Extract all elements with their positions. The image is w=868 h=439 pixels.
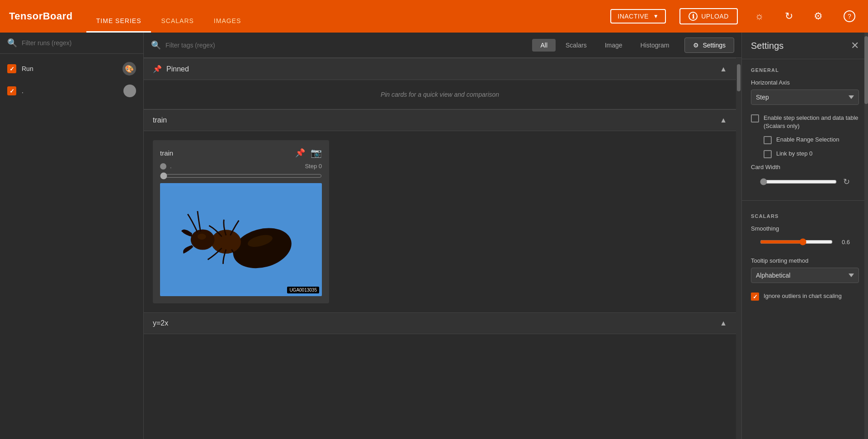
card-title: train: [160, 149, 295, 157]
tab-image[interactable]: Image: [597, 39, 631, 52]
y2x-section-title: y=2x: [153, 319, 720, 327]
settings-btn-label: Settings: [703, 42, 726, 49]
pinned-message: Pin cards for a quick view and compariso…: [144, 80, 736, 109]
horizontal-axis-label: Horizontal Axis: [751, 79, 859, 86]
ignore-outliers-checkbox[interactable]: ✓: [751, 293, 759, 301]
run-color-dot: [123, 85, 136, 97]
settings-close-button[interactable]: ✕: [851, 40, 859, 52]
dropdown-chevron-icon: ▼: [653, 13, 659, 19]
filter-search: 🔍: [151, 40, 525, 50]
settings-panel: Settings ✕ GENERAL Horizontal Axis Step …: [741, 33, 868, 439]
help-button[interactable]: ?: [840, 9, 859, 24]
filter-search-icon: 🔍: [151, 40, 161, 50]
run-item-dot[interactable]: ✓ .: [0, 80, 143, 102]
settings-divider: [742, 200, 868, 201]
check-icon: ✓: [753, 293, 758, 300]
expand-card-icon[interactable]: 📷: [311, 147, 322, 158]
help-icon: ?: [844, 10, 855, 22]
train-section-title: train: [153, 116, 720, 124]
tab-histogram[interactable]: Histogram: [632, 39, 678, 52]
settings-panel-header: Settings ✕: [742, 33, 868, 59]
link-step-checkbox[interactable]: [764, 150, 772, 158]
horizontal-axis-select[interactable]: Step Relative Wall: [751, 90, 859, 105]
smoothing-slider[interactable]: [760, 238, 833, 245]
image-card-train: train 📌 📷 . Step 0: [153, 140, 329, 303]
nav-time-series[interactable]: TIME SERIES: [86, 17, 151, 33]
vertical-scrollbar[interactable]: [736, 58, 741, 439]
card-run-name: .: [170, 163, 172, 170]
run-item-run[interactable]: ✓ Run 🎨: [0, 57, 143, 80]
card-width-field: Card Width ↻: [742, 161, 868, 196]
pin-icon: 📌: [153, 65, 162, 73]
inactive-label: INACTIVE: [618, 13, 649, 20]
upload-label: UPLOAD: [701, 13, 729, 20]
card-width-row: ↻: [751, 174, 859, 189]
card-width-slider[interactable]: [760, 178, 837, 185]
filter-runs-input[interactable]: [22, 39, 136, 47]
card-container-train: train 📌 📷 . Step 0: [144, 131, 736, 312]
run-color-run: 🎨: [123, 62, 136, 76]
card-image: UGA0013035: [160, 183, 322, 296]
link-step-label: Link by step 0: [776, 150, 812, 158]
svg-point-3: [191, 229, 215, 250]
smoothing-field: Smoothing 0.6: [742, 222, 868, 255]
scrollbar-thumb[interactable]: [737, 64, 741, 91]
tab-all[interactable]: All: [532, 39, 556, 52]
enable-range-label: Enable Range Selection: [776, 136, 840, 144]
run-checkbox-run[interactable]: ✓: [7, 64, 16, 73]
horizontal-axis-field: Horizontal Axis Step Relative Wall: [742, 76, 868, 111]
theme-button[interactable]: ☼: [751, 9, 768, 24]
top-navigation: TensorBoard TIME SERIES SCALARS IMAGES I…: [0, 0, 868, 33]
palette-icon: 🎨: [125, 65, 134, 73]
step-selection-label: Enable step selection and data table (Sc…: [764, 114, 859, 130]
y2x-chevron-up-icon: ▲: [720, 319, 727, 327]
settings-nav-button[interactable]: ⚙: [810, 9, 826, 24]
settings-scrollbar-thumb[interactable]: [864, 36, 868, 104]
search-icon: 🔍: [7, 38, 17, 48]
upload-button[interactable]: ℹ UPLOAD: [679, 8, 738, 24]
card-run-info: . Step 0: [160, 163, 322, 170]
card-icons: 📌 📷: [295, 147, 322, 158]
image-label: UGA0013035: [287, 287, 319, 293]
refresh-icon: ↻: [785, 10, 793, 22]
card-width-label: Card Width: [751, 164, 859, 170]
y2x-section-header[interactable]: y=2x ▲: [144, 312, 736, 334]
enable-range-checkbox[interactable]: [764, 136, 772, 144]
nav-links: TIME SERIES SCALARS IMAGES: [86, 0, 251, 33]
nav-scalars[interactable]: SCALARS: [151, 17, 203, 33]
inactive-dropdown[interactable]: INACTIVE ▼: [610, 9, 666, 24]
link-step-row: Link by step 0: [742, 147, 868, 161]
general-section-label: GENERAL: [742, 59, 868, 76]
filter-tags-input[interactable]: [165, 42, 245, 49]
step-slider[interactable]: [160, 172, 322, 179]
filter-bar: 🔍 All Scalars Image Histogram ⚙ Settings: [144, 33, 741, 58]
filter-tabs: All Scalars Image Histogram: [532, 39, 677, 52]
sidebar: 🔍 ✓ Run 🎨 ✓ .: [0, 33, 144, 439]
tab-scalars[interactable]: Scalars: [557, 39, 595, 52]
tooltip-sort-field: Tooltip sorting method Alphabetical Asce…: [742, 255, 868, 289]
refresh-button[interactable]: ↻: [781, 9, 797, 24]
step-selection-checkbox[interactable]: [751, 114, 759, 123]
nav-images[interactable]: IMAGES: [204, 17, 251, 33]
smoothing-label: Smoothing: [751, 225, 859, 232]
content-scroll: 📌 Pinned ▲ Pin cards for a quick view an…: [144, 58, 741, 439]
enable-range-row: Enable Range Selection: [742, 133, 868, 147]
cards-area: 📌 Pinned ▲ Pin cards for a quick view an…: [144, 58, 736, 439]
train-section-header[interactable]: train ▲: [144, 109, 736, 131]
settings-scrollbar-track[interactable]: [864, 33, 868, 439]
ant-illustration: [160, 183, 322, 296]
reset-card-width-icon[interactable]: ↻: [843, 177, 850, 187]
card-step: Step 0: [305, 163, 322, 170]
scalars-section-label: SCALARS: [742, 205, 868, 222]
svg-point-5: [198, 234, 206, 240]
tooltip-sort-select[interactable]: Alphabetical Ascending Descending Defaul…: [751, 268, 859, 283]
settings-gear-icon: ⚙: [693, 42, 699, 49]
pinned-section-header[interactable]: 📌 Pinned ▲: [144, 58, 736, 80]
check-icon: ✓: [9, 88, 14, 94]
settings-button[interactable]: ⚙ Settings: [684, 38, 734, 53]
main-layout: 🔍 ✓ Run 🎨 ✓ .: [0, 33, 868, 439]
pin-card-icon[interactable]: 📌: [295, 148, 305, 158]
run-checkbox-dot[interactable]: ✓: [7, 86, 16, 95]
run-list: ✓ Run 🎨 ✓ .: [0, 54, 143, 105]
step-selection-row: Enable step selection and data table (Sc…: [742, 111, 868, 133]
